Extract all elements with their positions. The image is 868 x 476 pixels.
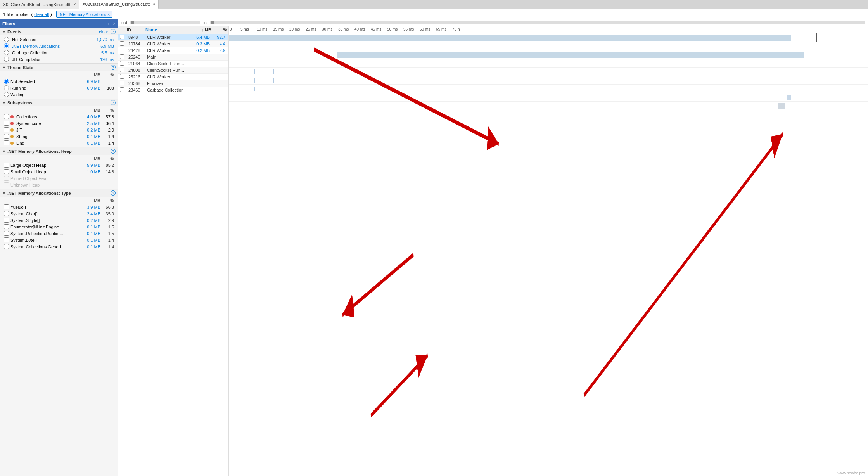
type-byte-label[interactable]: System.Byte[] — [4, 237, 79, 242]
maximize-icon[interactable]: □ — [109, 21, 111, 26]
sub-system-code-checkbox[interactable] — [4, 121, 9, 126]
sub-linq-checkbox[interactable] — [4, 140, 9, 145]
type-yueluo-label[interactable]: Yueluo[] — [4, 204, 79, 209]
row-6-checkbox[interactable] — [120, 74, 124, 79]
subsystems-header[interactable]: ▼ Subsystems ? — [0, 99, 118, 106]
heap-large-label[interactable]: Large Object Heap — [4, 163, 79, 168]
table-row[interactable]: 24808 ClientSocket-Runner-S... — [118, 67, 228, 74]
type-collections-label[interactable]: System.Collections.Generi... — [4, 244, 79, 249]
events-gc-label[interactable]: Garbage Collection — [4, 50, 48, 55]
sub-linq-label[interactable]: Linq — [10, 141, 79, 145]
heap-small-label[interactable]: Small Object Heap — [4, 169, 79, 174]
th-pct[interactable]: ↓ % — [213, 27, 228, 33]
heap-small-checkbox[interactable] — [4, 169, 9, 174]
type-collections-checkbox[interactable] — [4, 244, 9, 249]
row-4-checkbox[interactable] — [120, 61, 124, 66]
type-enum-checkbox[interactable] — [4, 224, 9, 229]
type-sbyte-label[interactable]: System.SByte[] — [4, 218, 79, 223]
out-bar[interactable] — [130, 21, 200, 24]
ruler-4: 20 ms — [289, 27, 305, 31]
tab-1-close[interactable]: × — [74, 2, 76, 7]
thread-waiting-label[interactable]: Waiting — [4, 92, 79, 97]
sub-string-pct: 1.4 — [100, 134, 114, 139]
events-net-memory-radio[interactable] — [4, 43, 9, 48]
table-row[interactable]: 21064 ClientSocket-Runner-R... — [118, 61, 228, 67]
events-clear-link[interactable]: clear — [99, 29, 108, 34]
heap-large-checkbox[interactable] — [4, 163, 9, 168]
events-not-selected-label[interactable]: Not Selected — [4, 37, 36, 42]
thread-state-header[interactable]: ▼ Thread State ? — [0, 64, 118, 71]
tab-1[interactable]: X02ClassAndStruct_UsingStruct.dtt × — [0, 0, 79, 9]
type-header[interactable]: ▼ .NET Memory Allocations: Type ? — [0, 189, 118, 197]
sub-system-code-pct: 36.4 — [100, 121, 114, 126]
events-not-selected-radio[interactable] — [4, 37, 9, 42]
minimize-icon[interactable]: — — [102, 21, 107, 26]
close-icon[interactable]: × — [113, 21, 116, 26]
type-sbyte-checkbox[interactable] — [4, 218, 9, 223]
table-row[interactable]: 25240 Main — [118, 54, 228, 61]
heap-pinned-label[interactable]: Pinned Object Heap — [4, 176, 114, 181]
sub-jit-checkbox[interactable] — [4, 127, 9, 132]
row-7-checkbox[interactable] — [120, 81, 124, 85]
watermark: www.newbe.pro — [837, 471, 865, 475]
table-row[interactable]: 25216 CLR Worker — [118, 74, 228, 80]
table-row[interactable]: 23460 Garbage Collection — [118, 87, 228, 93]
table-row[interactable]: 10784 CLR Worker 0.3 MB 4.4 — [118, 41, 228, 47]
tab-2[interactable]: X02ClassAndStruct_UsingStruct.dtt × — [79, 0, 158, 9]
sub-jit-label[interactable]: JIT — [10, 128, 79, 132]
sub-collections-checkbox[interactable] — [4, 114, 9, 119]
th-name[interactable]: Name — [144, 27, 188, 33]
thread-running-label[interactable]: Running — [4, 85, 79, 90]
heap-help[interactable]: ? — [111, 149, 116, 154]
tab-2-close[interactable]: × — [153, 2, 155, 6]
thread-not-selected-text: Not Selected — [10, 79, 35, 84]
sub-system-code-label[interactable]: System code — [10, 121, 79, 126]
row-1-checkbox[interactable] — [120, 41, 124, 46]
type-reflection-label[interactable]: System.Reflection.Runtim... — [4, 231, 79, 236]
row-3-checkbox[interactable] — [120, 54, 124, 59]
events-section-header[interactable]: ▼ Events clear ? — [0, 28, 118, 35]
row-0-id: 8948 — [127, 35, 145, 40]
in-bar[interactable] — [210, 21, 865, 24]
type-reflection-checkbox[interactable] — [4, 231, 9, 236]
sub-string-checkbox[interactable] — [4, 134, 9, 139]
table-row[interactable]: 8948 CLR Worker 6.4 MB 92.7 — [118, 34, 228, 41]
table-row[interactable]: 23368 Finalizer — [118, 80, 228, 87]
filter-tag-net-memory[interactable]: .NET Memory Allocations × — [56, 11, 112, 18]
type-enum-label[interactable]: Enumerator[NUnit.Engine... — [4, 224, 79, 229]
sub-string-label[interactable]: String — [10, 134, 79, 139]
thread-waiting-radio[interactable] — [4, 92, 9, 97]
filter-clear-all[interactable]: clear all — [34, 12, 49, 17]
in-thumb[interactable] — [211, 21, 214, 24]
row-2-checkbox[interactable] — [120, 48, 124, 52]
events-jit-radio[interactable] — [4, 57, 9, 62]
thread-not-selected-label[interactable]: Not Selected — [4, 79, 79, 84]
type-yueluo-checkbox[interactable] — [4, 204, 9, 209]
thread-running-radio[interactable] — [4, 85, 9, 90]
events-gc-radio[interactable] — [4, 50, 9, 55]
table-row[interactable]: 24428 CLR Worker 0.2 MB 2.9 — [118, 47, 228, 54]
type-byte-checkbox[interactable] — [4, 237, 9, 242]
heap-unknown-label[interactable]: Unknown Heap — [4, 182, 114, 187]
events-help-icon[interactable]: ? — [111, 29, 116, 34]
thread-not-selected-radio[interactable] — [4, 79, 9, 84]
th-mb[interactable]: ↓ MB — [188, 27, 213, 33]
events-net-memory-label[interactable]: .NET Memory Allocations — [4, 43, 60, 48]
type-char-label[interactable]: System.Char[] — [4, 211, 79, 216]
ruler-13: 65 ms — [435, 27, 451, 31]
subsystems-help[interactable]: ? — [111, 100, 116, 105]
sub-string-mb: 0.1 MB — [79, 134, 100, 139]
row-0-checkbox[interactable] — [120, 35, 124, 39]
th-id[interactable]: ID — [125, 27, 144, 33]
row-7-name: Finalizer — [145, 81, 186, 86]
sub-collections-label[interactable]: Collections — [10, 114, 79, 119]
row-5-checkbox[interactable] — [120, 68, 124, 72]
row-8-checkbox[interactable] — [120, 87, 124, 92]
heap-header[interactable]: ▼ .NET Memory Allocations: Heap ? — [0, 147, 118, 155]
events-jit-label[interactable]: JIT Compilation — [4, 57, 41, 62]
out-thumb[interactable] — [131, 21, 134, 24]
type-help[interactable]: ? — [111, 190, 116, 196]
filter-tag-close[interactable]: × — [107, 12, 110, 17]
type-char-checkbox[interactable] — [4, 211, 9, 216]
thread-state-help[interactable]: ? — [111, 65, 116, 70]
